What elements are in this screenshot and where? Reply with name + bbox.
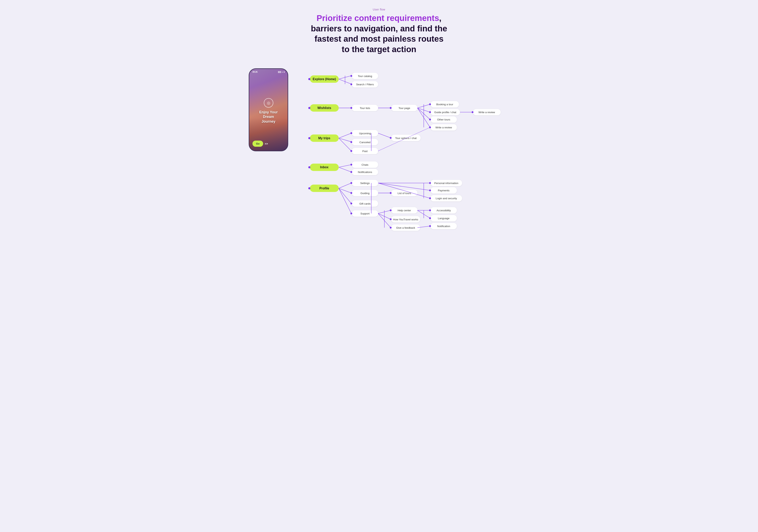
- phone-title: Enjoy Your Dream Journey: [259, 110, 278, 124]
- dot-notification: [429, 225, 431, 227]
- status-icons: ▐▐▐ ▲ ▮: [278, 71, 285, 73]
- dot-other-tours: [429, 119, 431, 120]
- dot-tour-lists: [350, 107, 352, 109]
- label-write-review-past: Write a review: [435, 126, 452, 129]
- phone-bottom: Go >>: [253, 141, 285, 147]
- wifi-icon: ▲: [282, 71, 283, 73]
- label-tour-catalog: Tour catalog: [358, 75, 372, 78]
- label-write-review-guide: Write a review: [478, 111, 495, 114]
- compass-icon: ◎: [264, 98, 273, 108]
- label-guide-profile: Guide profile / chat: [434, 111, 456, 114]
- dot-language: [429, 217, 431, 219]
- dot-payments: [429, 189, 431, 191]
- dot-support: [350, 212, 352, 214]
- label-guiding: Guiding: [361, 192, 369, 195]
- dot-accessibility: [429, 209, 431, 211]
- label-wishlists: Wishlists: [317, 106, 331, 110]
- dot-mytrips: [308, 137, 311, 139]
- line-settings-payments: [378, 183, 430, 190]
- dot-tour-options: [390, 137, 392, 139]
- flow-svg: Explore (Home) Wishlists My trips Inbox …: [294, 64, 509, 232]
- label-upcoming: Upcoming: [359, 132, 371, 135]
- label-notifications: Notifications: [358, 171, 372, 174]
- section-label: User flow: [249, 8, 509, 11]
- label-notification: Notification: [437, 225, 450, 228]
- label-mytrips: My trips: [318, 136, 330, 140]
- dot-how-youtravel: [390, 218, 392, 220]
- label-profile: Profile: [319, 187, 329, 190]
- label-how-youtravel: How YouTravel works: [393, 218, 418, 221]
- headline-highlight: Prioritize content requirements: [317, 14, 439, 23]
- dot-list-tours: [390, 192, 392, 194]
- flow-diagram: Explore (Home) Wishlists My trips Inbox …: [294, 64, 509, 233]
- dot-search-filters: [350, 83, 352, 85]
- label-past: Past: [362, 150, 368, 153]
- go-button[interactable]: Go: [253, 141, 263, 147]
- label-language: Language: [438, 217, 449, 220]
- dot-write-review-past: [429, 126, 431, 128]
- line-inbox-notif: [339, 167, 351, 172]
- signal-icon: ▐▐▐: [278, 71, 281, 73]
- phone-status-bar: 09:25 ▐▐▐ ▲ ▮: [253, 71, 285, 73]
- phone-content: ◎ Enjoy Your Dream Journey: [259, 96, 278, 124]
- label-settings: Settings: [360, 182, 370, 185]
- label-login-security: Login and security: [436, 197, 457, 200]
- dot-personal-info: [429, 182, 431, 184]
- dot-write-review-guide: [471, 111, 473, 113]
- label-canceled: Canceled: [360, 141, 370, 144]
- phone-time: 09:25: [253, 71, 258, 73]
- dot-past: [350, 150, 352, 152]
- dot-wishlists: [308, 107, 311, 109]
- label-accessibility: Accessibility: [437, 209, 451, 212]
- label-tour-options: Tour options / chat: [395, 137, 417, 140]
- line-upcoming-touroptions: [378, 133, 391, 138]
- label-inbox: Inbox: [320, 165, 329, 169]
- dot-tour-catalog: [350, 75, 352, 77]
- dot-profile: [308, 187, 311, 189]
- page-container: User flow Prioritize content requirement…: [249, 8, 509, 233]
- battery-icon: ▮: [284, 71, 285, 73]
- label-payments: Payments: [438, 189, 449, 192]
- dot-guide-profile: [429, 111, 431, 113]
- dot-upcoming: [350, 132, 352, 134]
- dot-canceled: [350, 141, 352, 143]
- label-help-center: Help center: [397, 209, 411, 212]
- label-tour-lists: Tour lists: [360, 107, 370, 110]
- header: User flow Prioritize content requirement…: [249, 8, 509, 54]
- label-tour-page: Tour page: [398, 107, 410, 110]
- dot-tour-page: [390, 107, 392, 109]
- dot-notifications: [350, 171, 352, 173]
- dot-login-security: [429, 197, 431, 199]
- label-gift-cards: Gift cards: [359, 202, 370, 205]
- line-profile-settings: [339, 183, 351, 188]
- dot-booking: [429, 103, 431, 105]
- label-personal-info: Personal information: [434, 182, 458, 185]
- dot-inbox: [308, 166, 311, 168]
- line-profile-support: [339, 188, 351, 213]
- headline: Prioritize content requirements, barrier…: [310, 13, 448, 54]
- dot-guiding: [350, 192, 352, 194]
- phone-screen: 09:25 ▐▐▐ ▲ ▮ ◎ Enjoy Your Dream Journey…: [249, 69, 288, 151]
- label-chats: Chats: [362, 163, 368, 166]
- arrow-icon: >>: [265, 142, 268, 145]
- label-give-feedback: Give a feedback: [396, 226, 415, 229]
- label-explore: Explore (Home): [313, 77, 336, 81]
- label-search-filters: Search / Filters: [356, 83, 374, 86]
- dot-explore: [308, 78, 311, 80]
- content-area: 09:25 ▐▐▐ ▲ ▮ ◎ Enjoy Your Dream Journey…: [249, 64, 509, 233]
- dot-settings: [350, 182, 352, 184]
- line-inbox-chats: [339, 165, 351, 167]
- dot-chats: [350, 164, 352, 165]
- dot-help-center: [390, 209, 392, 211]
- dot-give-feedback: [390, 227, 392, 229]
- dot-gift-cards: [350, 203, 352, 204]
- label-other-tours: Other tours: [437, 118, 450, 121]
- label-support: Support: [361, 212, 370, 215]
- phone-mockup: 09:25 ▐▐▐ ▲ ▮ ◎ Enjoy Your Dream Journey…: [249, 68, 288, 151]
- label-booking: Booking a tour: [436, 103, 453, 106]
- line-mytrips-upcoming: [339, 133, 351, 138]
